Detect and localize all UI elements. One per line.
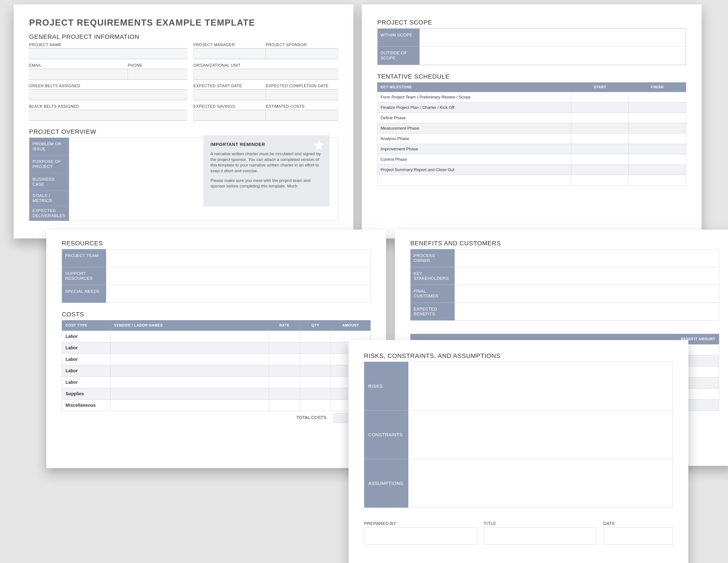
costs-row: Labor (62, 354, 371, 365)
within-scope-body[interactable] (420, 29, 686, 46)
input-est-costs[interactable] (266, 110, 338, 121)
callout-title: IMPORTANT REMINDER (210, 142, 323, 151)
callout-body-1: A narrative written charter must be circ… (210, 151, 323, 174)
cost-cell[interactable] (300, 342, 331, 354)
start-cell[interactable] (571, 113, 629, 123)
cost-cell[interactable] (111, 342, 269, 354)
th-amount: AMOUNT (331, 321, 371, 331)
cost-cell[interactable] (111, 388, 269, 400)
start-cell[interactable] (571, 154, 629, 164)
start-cell[interactable] (571, 102, 629, 113)
outside-scope-body[interactable] (420, 47, 686, 65)
input-exp-start[interactable] (193, 89, 266, 100)
input-org-unit[interactable] (193, 69, 338, 80)
start-cell[interactable] (571, 133, 629, 144)
cost-cell[interactable] (111, 331, 269, 342)
input-black-belts[interactable] (29, 110, 187, 121)
ben-expected-body[interactable] (455, 303, 719, 321)
cost-type-cell: Miscellaneous (62, 400, 111, 411)
page-3: RESOURCES PROJECT TEAM SUPPORT RESOURCES… (46, 229, 386, 468)
input-exp-completion[interactable] (266, 89, 338, 100)
res-special-body[interactable] (106, 285, 370, 303)
th-rate: RATE (269, 321, 300, 331)
cost-cell[interactable] (269, 365, 300, 377)
finish-cell[interactable] (629, 154, 686, 164)
cost-cell[interactable] (300, 400, 331, 411)
schedule-heading: TENTATIVE SCHEDULE (377, 72, 686, 82)
th-finish: FINISH (629, 82, 686, 92)
finish-cell[interactable] (629, 92, 686, 102)
title-label: TITLE (484, 521, 597, 527)
ben-stake-body[interactable] (455, 267, 719, 285)
cost-cell[interactable] (111, 365, 269, 377)
milestone-cell: Analysis Phase (377, 133, 571, 144)
general-info-heading: GENERAL PROJECT INFORMATION (29, 32, 338, 43)
cost-cell[interactable] (269, 400, 300, 411)
res-team-body[interactable] (106, 249, 370, 267)
res-support-body[interactable] (106, 267, 370, 285)
ben-owner-body[interactable] (455, 249, 719, 267)
assumptions-label: ASSUMPTIONS (364, 459, 408, 508)
start-cell[interactable] (571, 123, 629, 133)
title-box[interactable] (484, 527, 597, 545)
finish-cell[interactable] (629, 164, 686, 175)
start-cell[interactable] (571, 92, 629, 102)
risks-label: RISKS (364, 362, 408, 410)
finish-cell[interactable] (629, 102, 686, 113)
finish-cell[interactable] (629, 144, 686, 154)
cost-cell[interactable] (300, 331, 331, 342)
schedule-row: Project Summary Report and Close Out (377, 164, 686, 175)
cost-cell[interactable] (269, 388, 300, 400)
cost-cell[interactable] (269, 342, 300, 354)
assumptions-body[interactable] (408, 459, 673, 508)
input-project-sponsor[interactable] (266, 48, 338, 59)
callout-body-2: Please make sure you meet with the proje… (210, 178, 323, 189)
project-scope-heading: PROJECT SCOPE (377, 18, 686, 28)
input-phone[interactable] (128, 69, 187, 80)
ben-final-label: FINAL CUSTOMER (411, 285, 455, 303)
th-vendor: VENDOR / LABOR NAMES (111, 321, 269, 331)
start-cell[interactable] (571, 144, 629, 154)
start-cell[interactable] (571, 164, 629, 175)
finish-cell[interactable] (629, 113, 686, 123)
schedule-table: KEY MILESTONE START FINISH Form Project … (377, 82, 686, 185)
cost-cell[interactable] (300, 365, 331, 377)
page-1: PROJECT REQUIREMENTS EXAMPLE TEMPLATE GE… (14, 4, 353, 238)
schedule-row: Finalize Project Plan / Charter / Kick O… (377, 102, 686, 113)
constraints-body[interactable] (408, 411, 673, 459)
finish-cell[interactable] (629, 133, 686, 144)
label-exp-completion: EXPECTED COMPLETION DATE (266, 84, 338, 89)
th-milestone: KEY MILESTONE (377, 82, 571, 92)
cost-cell[interactable] (269, 331, 300, 342)
input-project-manager[interactable] (193, 48, 266, 59)
date-box[interactable] (603, 527, 673, 545)
cost-cell[interactable] (111, 354, 269, 365)
tab-bizcase: BUSINESS CASE (29, 173, 69, 191)
label-est-costs: ESTIMATED COSTS (266, 104, 338, 110)
milestone-cell: Improvement Phase (377, 144, 571, 154)
cost-cell[interactable] (300, 388, 331, 400)
schedule-row: Measurement Phase (377, 123, 686, 133)
cost-cell[interactable] (269, 377, 300, 388)
ben-final-body[interactable] (455, 285, 719, 303)
milestone-cell: Control Phase (377, 154, 571, 164)
page-title: PROJECT REQUIREMENTS EXAMPLE TEMPLATE (29, 18, 338, 32)
cost-cell[interactable] (111, 377, 269, 388)
input-exp-savings[interactable] (193, 110, 266, 121)
cost-cell[interactable] (300, 354, 331, 365)
costs-row: Labor (62, 331, 371, 342)
finish-cell[interactable] (629, 123, 686, 133)
milestone-cell: Define Phase (377, 113, 571, 123)
prepared-by-label: PREPARED BY (364, 521, 477, 527)
cost-cell[interactable] (269, 354, 300, 365)
cost-cell[interactable] (300, 377, 331, 388)
label-project-sponsor: PROJECT SPONSOR (266, 43, 338, 48)
input-email[interactable] (29, 69, 128, 80)
input-project-name[interactable] (29, 48, 187, 59)
cost-type-cell: Labor (62, 365, 111, 377)
overview-tabs: PROBLEM OR ISSUE PURPOSE OF PROJECT BUSI… (29, 138, 69, 221)
prepared-by-box[interactable] (364, 527, 477, 545)
risks-body[interactable] (408, 362, 673, 410)
input-green-belts[interactable] (29, 89, 187, 100)
cost-cell[interactable] (111, 400, 269, 411)
